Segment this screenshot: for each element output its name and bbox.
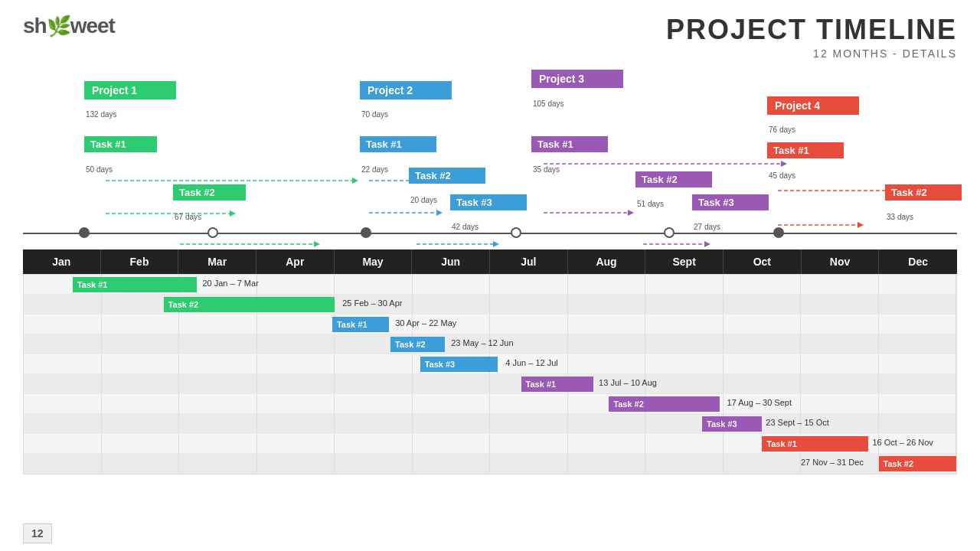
- calendar-row-1: Task #1 20 Jan – 7 Mar: [24, 275, 956, 295]
- col-dec-r1: [879, 275, 957, 294]
- col-aug-r2: [568, 295, 646, 314]
- timeline-dot-aug: [664, 227, 675, 238]
- col-apr-r1: [257, 275, 335, 294]
- svg-marker-9: [436, 210, 443, 216]
- timeline-dot-mar: [207, 227, 218, 238]
- logo-text-sh: sh: [23, 14, 47, 37]
- title-block: Project Timeline 12 Months - Details: [666, 14, 957, 60]
- col-jan-r6: [24, 374, 102, 393]
- col-aug-r8: [568, 414, 646, 433]
- col-jun-r7: [413, 394, 491, 413]
- task-rows: Task #1 20 Jan – 7 Mar Task #2 25 Feb – …: [23, 274, 957, 474]
- col-feb-r3: [102, 315, 180, 334]
- timeline-base-line: [23, 233, 957, 234]
- col-nov-r6: [801, 374, 879, 393]
- col-may-r8: [335, 414, 413, 433]
- proj1-task2-box: Task #2: [173, 184, 246, 201]
- col-nov-r5: [801, 354, 879, 373]
- col-jan-r2: [24, 295, 102, 314]
- col-jan-r4: [24, 334, 102, 354]
- proj4-task1-days: 45 days: [769, 171, 795, 180]
- col-sep-r4: [645, 334, 724, 354]
- col-dec-r7: [879, 394, 957, 413]
- col-mar-r7: [179, 394, 257, 413]
- col-nov-r3: [801, 315, 879, 334]
- col-jun-r10: [413, 454, 491, 473]
- col-mar-r3: [179, 315, 257, 334]
- col-oct-r4: [724, 334, 802, 354]
- col-apr-r8: [257, 414, 335, 433]
- month-apr: Apr: [256, 249, 335, 274]
- col-feb-r8: [102, 414, 180, 433]
- cal-bar-1: Task #1: [73, 277, 197, 292]
- col-dec-r5: [879, 354, 957, 373]
- col-jun-r6: [413, 374, 491, 393]
- col-nov-r2: [801, 295, 879, 314]
- col-mar-r6: [179, 374, 257, 393]
- proj2-task3-box: Task #3: [450, 194, 527, 210]
- month-jun: Jun: [412, 249, 490, 274]
- calendar-row-8: Task #3 23 Sept – 15 Oct: [24, 414, 956, 434]
- svg-marker-15: [781, 161, 787, 167]
- month-feb: Feb: [101, 249, 179, 274]
- calendar-row-3: Task #1 30 Apr – 22 May: [24, 315, 956, 334]
- col-aug-r4: [568, 334, 646, 354]
- col-dec-r8: [879, 414, 957, 433]
- col-oct-r6: [724, 374, 802, 393]
- col-oct-r5: [724, 354, 802, 373]
- month-header: Jan Feb Mar Apr May Jun Jul Aug Sept Oct…: [23, 249, 957, 274]
- proj2-task1-box: Task #1: [360, 136, 436, 152]
- proj2-task1-days: 22 days: [361, 165, 388, 174]
- cal-label-9: 16 Oct – 26 Nov: [872, 438, 933, 447]
- col-jul-r9: [490, 434, 568, 453]
- svg-marker-1: [352, 178, 358, 184]
- svg-marker-25: [858, 222, 864, 228]
- col-nov-r4: [801, 334, 879, 354]
- col-feb-r4: [102, 334, 180, 354]
- proj3-task1-box: Task #1: [531, 136, 608, 152]
- col-apr-r10: [257, 454, 335, 473]
- calendar-row-7: Task #2 17 Aug – 30 Sept: [24, 394, 956, 414]
- proj2-task3-days: 42 days: [452, 223, 479, 231]
- col-jan-r5: [24, 354, 102, 373]
- cal-label-2: 25 Feb – 30 Apr: [342, 298, 402, 308]
- svg-marker-19: [704, 241, 710, 247]
- col-nov-r7: [801, 394, 879, 413]
- col-may-r6: [335, 374, 413, 393]
- cal-label-8: 23 Sept – 15 Oct: [766, 418, 829, 427]
- project3-days: 105 days: [533, 99, 564, 108]
- cal-bar-6: Task #1: [521, 377, 593, 392]
- cal-bar-7: Task #2: [609, 396, 720, 412]
- col-apr-r9: [257, 434, 335, 453]
- timeline-dot-oct: [773, 227, 784, 238]
- month-jan: Jan: [23, 249, 101, 274]
- col-dec-r6: [879, 374, 957, 393]
- col-jan-r10: [24, 454, 102, 473]
- col-dec-r2: [879, 295, 957, 314]
- col-jul-r7: [490, 394, 568, 413]
- project3-box: Project 3: [531, 70, 623, 88]
- svg-marker-17: [628, 210, 634, 216]
- logo-text-weet: weet: [70, 14, 115, 37]
- calendar-row-9: Task #1 16 Oct – 26 Nov: [24, 434, 956, 454]
- col-jan-r7: [24, 394, 102, 413]
- proj4-task2-box: Task #2: [885, 184, 962, 201]
- timeline-dot-jun: [511, 227, 521, 238]
- col-jul-r1: [490, 275, 568, 294]
- col-jan-r8: [24, 414, 102, 433]
- col-jun-r9: [413, 434, 491, 453]
- cal-label-1: 20 Jan – 7 Mar: [202, 279, 258, 288]
- calendar-row-2: Task #2 25 Feb – 30 Apr: [24, 295, 956, 315]
- project2-days: 70 days: [361, 110, 388, 119]
- proj2-task2-days: 20 days: [410, 196, 437, 204]
- subtitle: 12 Months - Details: [666, 47, 957, 60]
- timeline-dot-jan: [79, 227, 90, 238]
- col-jun-r8: [413, 414, 491, 433]
- calendar-row-4: Task #2 23 May – 12 Jun: [24, 334, 956, 354]
- cal-label-5: 4 Jun – 12 Jul: [505, 358, 558, 367]
- cal-label-3: 30 Apr – 22 May: [395, 318, 456, 328]
- col-mar-r4: [179, 334, 257, 354]
- col-feb-r7: [102, 394, 180, 413]
- col-sep-r5: [645, 354, 724, 373]
- month-sept: Sept: [645, 249, 724, 274]
